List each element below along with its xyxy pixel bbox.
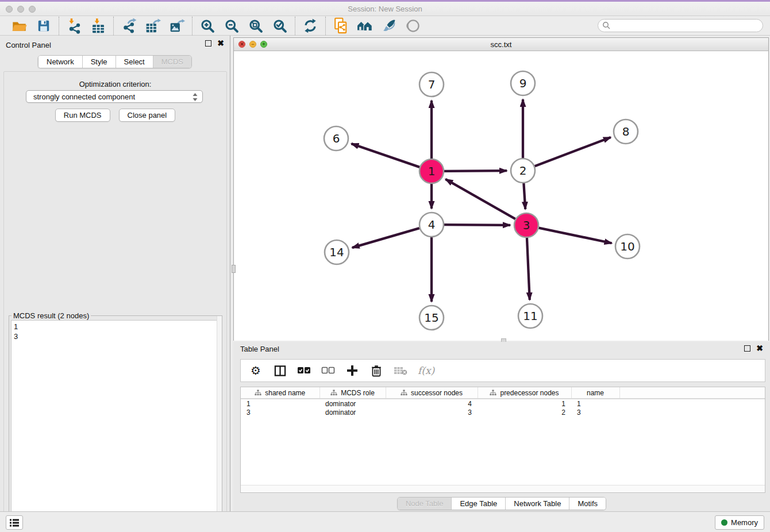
table-cell[interactable]: 3 [386,408,478,417]
column-header-predecessor-nodes[interactable]: predecessor nodes [478,387,571,399]
search-container [598,19,763,32]
tab-network[interactable]: Network [38,56,82,68]
export-network-icon[interactable] [121,18,137,34]
graph-edge-2-3[interactable] [523,183,525,209]
memory-button[interactable]: Memory [715,515,764,530]
list-icon [9,518,20,527]
table-tabs: Node Table Edge Table Network Table Moti… [397,497,606,510]
table-cell[interactable]: 1 [571,399,619,408]
graph-edge-4-3[interactable] [444,225,510,225]
tab-motifs[interactable]: Motifs [569,498,606,510]
mcds-result-text[interactable]: 13 [11,320,220,532]
zoom-selected-icon[interactable] [272,18,288,34]
graph-edge-3-1[interactable] [445,179,515,219]
table-panel: Table Panel ✖ ⚙ f(x) [233,342,770,511]
memory-label: Memory [731,518,758,527]
add-column-icon[interactable] [345,364,359,377]
graph-edge-3-10[interactable] [539,228,612,244]
open-folder-icon[interactable] [11,18,28,34]
optimization-criterion-label: Optimization criterion: [4,80,226,88]
graph-edge-2-8[interactable] [535,137,611,166]
table-settings-gear-icon[interactable]: ⚙ [249,364,263,377]
table-cell[interactable]: dominator [319,408,386,417]
refresh-icon[interactable] [302,18,318,34]
tab-style[interactable]: Style [82,56,116,68]
import-network-icon[interactable] [66,18,82,34]
tab-edge-table[interactable]: Edge Table [451,498,505,510]
clone-network-icon[interactable] [333,18,349,34]
import-table-icon[interactable] [90,18,106,34]
control-panel-title: Control Panel [6,41,51,49]
close-table-panel-icon[interactable]: ✖ [756,345,763,352]
column-selector-icon[interactable] [273,364,287,377]
zoom-in-icon[interactable] [199,18,215,34]
graph-edge-3-11[interactable] [527,238,530,300]
table-cell[interactable]: 1 [478,399,571,408]
network-titlebar: ✕ − + scc.txt [234,38,768,51]
tab-network-table[interactable]: Network Table [505,498,569,510]
column-header-successor-nodes[interactable]: successor nodes [386,387,478,399]
save-session-icon[interactable] [36,18,52,34]
memory-status-icon [721,519,727,526]
column-header-shared-name[interactable]: shared name [241,387,319,399]
float-panel-icon[interactable] [205,40,211,47]
column-header-MCDS-role[interactable]: MCDS role [319,387,386,399]
search-input[interactable] [598,19,763,32]
graph-node-label: 4 [428,218,436,232]
network-canvas[interactable]: 7968124314101511 [234,51,768,341]
table-cell[interactable]: 2 [478,408,571,417]
column-header-name[interactable]: name [571,387,619,399]
application-window: Session: New Session [0,0,770,532]
titlebar: Session: New Session [0,2,770,16]
column-header-filler [619,387,765,399]
delete-column-icon[interactable] [369,364,383,377]
graph-node-label: 15 [424,311,438,325]
zoom-fit-icon[interactable] [248,18,264,34]
session-home-icon[interactable] [357,18,373,34]
float-table-panel-icon[interactable] [744,345,750,352]
delete-table-icon [394,364,407,377]
graph-node-label: 2 [519,164,527,178]
node-table: shared nameMCDS rolesuccessor nodesprede… [240,387,765,493]
table-hscrollbar[interactable] [241,485,765,492]
table-cell[interactable]: 3 [571,408,619,417]
tree-column-icon [490,390,496,396]
splitter-grip[interactable] [232,265,236,273]
export-image-icon[interactable] [169,18,185,34]
zoom-out-icon[interactable] [224,18,240,34]
table-cell[interactable]: 4 [386,399,478,408]
function-builder-icon: f(x) [418,365,434,376]
mcds-result-scrollbar[interactable] [217,316,222,532]
graph-node-label: 1 [428,164,436,178]
graph-edge-1-2[interactable] [444,171,507,171]
table-row[interactable]: 1dominator411 [241,399,765,408]
export-table-icon[interactable] [145,18,161,34]
tab-node-table[interactable]: Node Table [398,498,452,510]
style-brush-icon[interactable] [381,18,397,34]
close-panel-button[interactable]: Close panel [119,109,176,122]
window-title: Session: New Session [0,5,770,13]
table-panel-title: Table Panel [240,345,279,353]
table-cell[interactable]: dominator [319,399,386,408]
graph-node-label: 9 [519,76,527,90]
chevron-up-down-icon [192,92,198,104]
graph-node-label: 7 [428,78,436,91]
tree-column-icon [330,390,337,396]
run-mcds-button[interactable]: Run MCDS [55,109,110,122]
criterion-dropdown[interactable]: strongly connected component [26,90,203,103]
hide-eye-icon[interactable] [405,18,421,34]
graph-edge-4-14[interactable] [352,228,419,248]
tab-mcds[interactable]: MCDS [153,56,191,68]
table-cell[interactable]: 3 [241,408,319,417]
task-history-button[interactable] [6,515,23,530]
close-panel-icon[interactable]: ✖ [217,40,224,47]
select-all-rows-icon[interactable] [297,364,311,377]
network-view-window: ✕ − + scc.txt 7968124314101511 [233,37,769,341]
table-cell[interactable]: 1 [241,399,319,408]
graph-edge-1-6[interactable] [351,144,419,167]
tab-select[interactable]: Select [116,56,153,68]
graph-node-label: 10 [620,240,634,253]
table-row[interactable]: 3dominator323 [241,408,765,417]
mcds-result-line: 1 [14,322,217,331]
deselect-all-rows-icon[interactable] [321,364,335,377]
